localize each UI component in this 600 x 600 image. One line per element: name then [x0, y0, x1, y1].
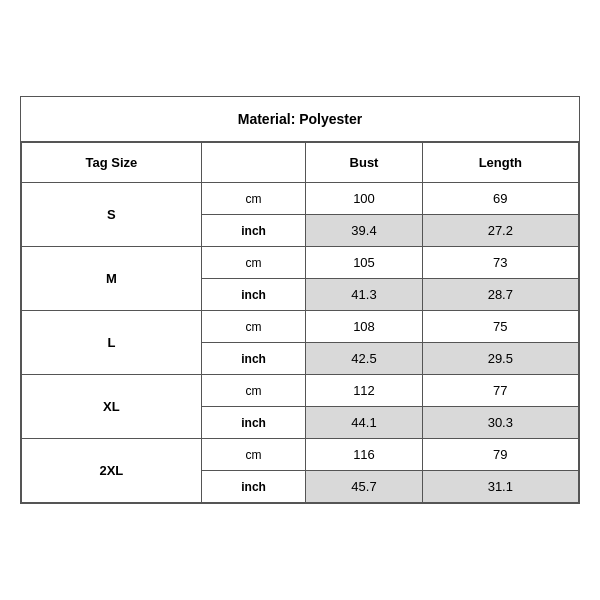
bust-cm: 112: [306, 375, 422, 407]
table-row: Lcm10875: [22, 311, 579, 343]
unit-cell-inch: inch: [201, 407, 306, 439]
bust-inch: 45.7: [306, 471, 422, 503]
length-cm: 69: [422, 183, 578, 215]
unit-cell-cm: cm: [201, 247, 306, 279]
length-cm: 77: [422, 375, 578, 407]
size-cell: L: [22, 311, 202, 375]
header-bust: Bust: [306, 143, 422, 183]
length-cm: 79: [422, 439, 578, 471]
size-cell: M: [22, 247, 202, 311]
length-cm: 75: [422, 311, 578, 343]
size-cell: 2XL: [22, 439, 202, 503]
length-inch: 27.2: [422, 215, 578, 247]
unit-cell-inch: inch: [201, 343, 306, 375]
chart-title: Material: Polyester: [21, 97, 579, 142]
bust-cm: 116: [306, 439, 422, 471]
unit-cell-inch: inch: [201, 279, 306, 311]
size-table: Tag Size Bust Length Scm10069inch39.427.…: [21, 142, 579, 503]
length-inch: 30.3: [422, 407, 578, 439]
length-cm: 73: [422, 247, 578, 279]
unit-cell-cm: cm: [201, 375, 306, 407]
table-row: Scm10069: [22, 183, 579, 215]
bust-cm: 108: [306, 311, 422, 343]
bust-cm: 100: [306, 183, 422, 215]
unit-cell-cm: cm: [201, 439, 306, 471]
unit-cell-cm: cm: [201, 183, 306, 215]
unit-cell-cm: cm: [201, 311, 306, 343]
bust-inch: 41.3: [306, 279, 422, 311]
header-length: Length: [422, 143, 578, 183]
table-row: XLcm11277: [22, 375, 579, 407]
bust-inch: 39.4: [306, 215, 422, 247]
table-row: 2XLcm11679: [22, 439, 579, 471]
size-chart-container: Material: Polyester Tag Size Bust Length…: [20, 96, 580, 504]
unit-cell-inch: inch: [201, 471, 306, 503]
length-inch: 29.5: [422, 343, 578, 375]
length-inch: 28.7: [422, 279, 578, 311]
header-tag-size: Tag Size: [22, 143, 202, 183]
table-row: Mcm10573: [22, 247, 579, 279]
size-cell: XL: [22, 375, 202, 439]
header-unit: [201, 143, 306, 183]
unit-cell-inch: inch: [201, 215, 306, 247]
bust-inch: 44.1: [306, 407, 422, 439]
bust-inch: 42.5: [306, 343, 422, 375]
bust-cm: 105: [306, 247, 422, 279]
size-cell: S: [22, 183, 202, 247]
length-inch: 31.1: [422, 471, 578, 503]
